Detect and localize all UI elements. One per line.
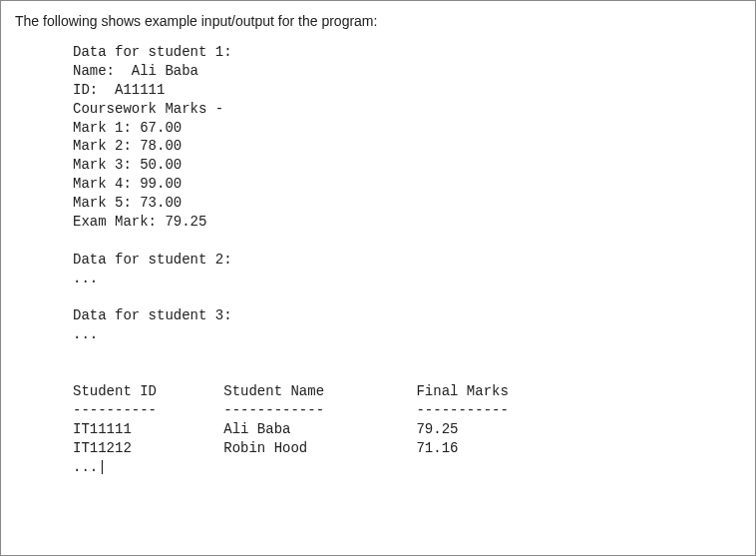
example-io-block: Data for student 1: Name: Ali Baba ID: A… <box>73 43 741 476</box>
document-page: The following shows example input/output… <box>0 0 756 556</box>
intro-text: The following shows example input/output… <box>15 13 741 29</box>
